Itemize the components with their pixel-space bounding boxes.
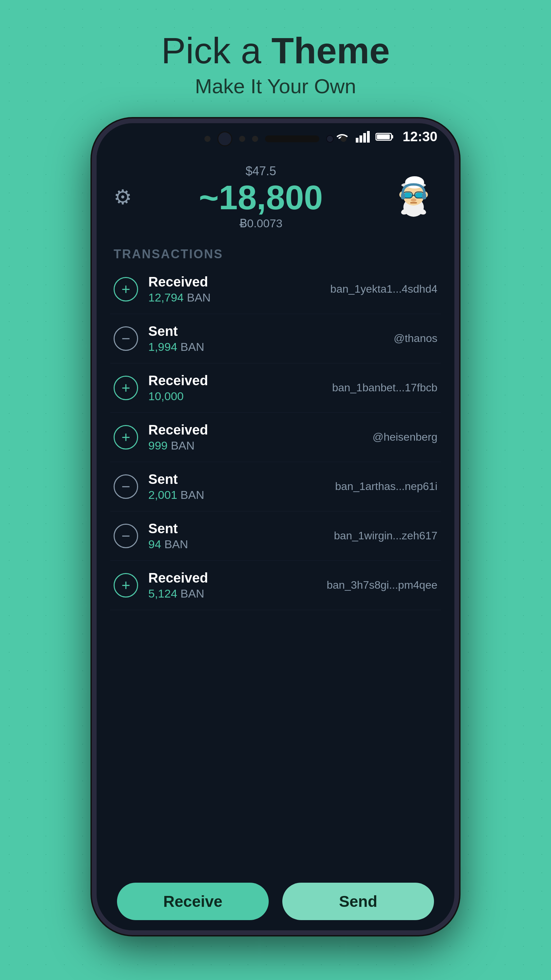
tx-address-3: @heisenberg: [372, 431, 437, 443]
receive-button[interactable]: Receive: [117, 883, 269, 920]
phone-content: ⚙ $47.5 ~18,800 Ƀ0.0073: [97, 150, 454, 930]
camera-row: [97, 131, 454, 146]
svg-point-18: [411, 198, 416, 202]
tx-address-1: @thanos: [394, 332, 437, 345]
tx-info-3: Received 999 BAN: [148, 422, 372, 452]
tx-sent-icon-4: −: [114, 474, 138, 499]
tx-amount-1: 1,994 BAN: [148, 340, 394, 353]
tx-amount-3: 999 BAN: [148, 439, 372, 452]
speaker-grille: [265, 135, 319, 142]
wallet-header: ⚙ $47.5 ~18,800 Ƀ0.0073: [97, 150, 454, 247]
tilde-symbol: ~: [199, 178, 219, 216]
tx-info-2: Received 10,000: [148, 373, 332, 403]
svg-rect-21: [422, 193, 426, 199]
camera-main: [218, 131, 232, 146]
balance-main: ~18,800: [132, 180, 390, 215]
transaction-item[interactable]: + Received 999 BAN @heisenberg: [110, 413, 441, 462]
tx-address-5: ban_1wirgin...zeh617: [334, 530, 437, 542]
title-plain: Pick a: [161, 30, 272, 71]
transaction-item[interactable]: + Received 10,000 ban_1banbet...17fbcb: [110, 363, 441, 413]
tx-sent-icon-1: −: [114, 326, 138, 351]
camera-dot2: [239, 136, 245, 142]
svg-rect-20: [401, 193, 405, 199]
settings-icon[interactable]: ⚙: [114, 185, 132, 209]
tx-address-0: ban_1yekta1...4sdhd4: [330, 283, 437, 295]
tx-type-3: Received: [148, 422, 372, 438]
tx-amount-0: 12,794 BAN: [148, 291, 330, 304]
svg-rect-19: [410, 202, 417, 204]
tx-received-icon-0: +: [114, 277, 138, 301]
bottom-buttons: Receive Send: [97, 883, 454, 920]
tx-type-1: Sent: [148, 324, 394, 339]
tx-type-5: Sent: [148, 521, 334, 536]
tx-info-5: Sent 94 BAN: [148, 521, 334, 551]
tx-amount-6: 5,124 BAN: [148, 587, 327, 600]
tx-info-4: Sent 2,001 BAN: [148, 472, 335, 501]
balance-display: $47.5 ~18,800 Ƀ0.0073: [132, 164, 390, 230]
tx-address-6: ban_3h7s8gi...pm4qee: [327, 579, 437, 592]
tx-amount-5: 94 BAN: [148, 538, 334, 551]
title-bold: Theme: [272, 30, 390, 71]
tx-info-6: Received 5,124 BAN: [148, 570, 327, 600]
tx-info-0: Received 12,794 BAN: [148, 274, 330, 304]
camera-dot4: [340, 136, 346, 142]
camera-dot3: [252, 136, 258, 142]
transaction-item[interactable]: + Received 5,124 BAN ban_3h7s8gi...pm4qe…: [110, 561, 441, 610]
tx-received-icon-6: +: [114, 573, 138, 598]
tx-amount-2: 10,000: [148, 390, 332, 403]
tx-type-2: Received: [148, 373, 332, 388]
balance-usd: $47.5: [132, 164, 390, 178]
balance-btc: Ƀ0.0073: [132, 216, 390, 230]
tx-received-icon-3: +: [114, 425, 138, 450]
tx-info-1: Sent 1,994 BAN: [148, 324, 394, 353]
transactions-title: TRANSACTIONS: [110, 247, 441, 261]
tx-type-6: Received: [148, 570, 327, 585]
balance-amount: 18,800: [219, 178, 323, 216]
send-button[interactable]: Send: [282, 883, 434, 920]
tx-address-4: ban_1arthas...nep61i: [335, 480, 437, 493]
monkey-avatar: [392, 175, 436, 219]
transaction-item[interactable]: + Received 12,794 BAN ban_1yekta1...4sdh…: [110, 265, 441, 314]
tx-received-icon-2: +: [114, 375, 138, 400]
tx-amount-4: 2,001 BAN: [148, 488, 335, 501]
avatar-container: [390, 173, 437, 221]
transaction-item[interactable]: − Sent 94 BAN ban_1wirgin...zeh617: [110, 511, 441, 561]
transactions-section: TRANSACTIONS + Received 12,794 BAN ban_1…: [97, 247, 454, 610]
phone-mockup: 12:30 ⚙ $47.5 ~18,800 Ƀ0.0073: [92, 118, 459, 935]
header-title: Pick a Theme: [161, 30, 390, 71]
header-subtitle: Make It Your Own: [161, 75, 390, 98]
tx-address-2: ban_1banbet...17fbcb: [332, 382, 437, 394]
tx-type-0: Received: [148, 274, 330, 290]
transaction-item[interactable]: − Sent 1,994 BAN @thanos: [110, 314, 441, 363]
page-header: Pick a Theme Make It Your Own: [161, 30, 390, 98]
camera-dot-left: [205, 136, 211, 142]
camera-right: [326, 135, 333, 143]
tx-sent-icon-5: −: [114, 524, 138, 548]
transaction-item[interactable]: − Sent 2,001 BAN ban_1arthas...nep61i: [110, 462, 441, 511]
tx-type-4: Sent: [148, 472, 335, 487]
